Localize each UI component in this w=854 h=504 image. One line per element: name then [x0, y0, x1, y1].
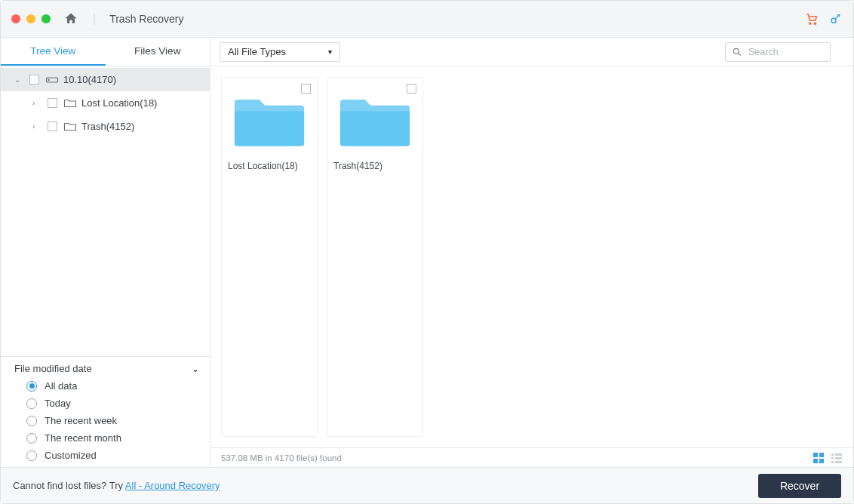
radio-label: Today — [45, 398, 71, 409]
footer: Cannot find lost files? Try All - Around… — [1, 467, 853, 503]
svg-rect-8 — [813, 459, 818, 463]
fullscreen-window-button[interactable] — [41, 14, 51, 23]
radio-customized[interactable]: Customized — [26, 450, 199, 461]
titlebar: | Trash Recovery — [1, 1, 853, 38]
view-mode-grid-icon[interactable] — [813, 452, 825, 464]
svg-rect-9 — [819, 459, 824, 463]
close-window-button[interactable] — [11, 14, 20, 23]
svg-point-0 — [809, 23, 811, 24]
radio-icon — [26, 450, 37, 461]
file-type-dropdown[interactable]: All File Types ▾ — [220, 42, 340, 62]
file-type-selected: All File Types — [228, 46, 286, 57]
folder-card[interactable]: Trash(4152) — [327, 77, 423, 437]
content: Lost Location(18) Trash(4152) 537.08 MB … — [210, 66, 853, 467]
statusbar: 537.08 MB in 4170 file(s) found — [210, 447, 853, 467]
svg-rect-11 — [835, 453, 842, 456]
topbar: Tree View Files View All File Types ▾ — [1, 38, 853, 66]
tab-tree-view[interactable]: Tree View — [1, 38, 106, 66]
main: ⌄ 10.10(4170) › Lost Location(18) — [1, 66, 853, 467]
search-icon — [732, 47, 742, 57]
filter-title: File modified date — [14, 363, 92, 374]
radio-all-data[interactable]: All data — [26, 380, 199, 392]
folder-card-label: Lost Location(18) — [228, 161, 311, 171]
svg-rect-10 — [831, 453, 834, 456]
folder-grid: Lost Location(18) Trash(4152) — [210, 66, 853, 447]
chevron-down-icon: ⌄ — [192, 364, 199, 374]
folder-icon — [63, 98, 77, 109]
filter-header[interactable]: File modified date ⌄ — [14, 363, 199, 374]
radio-label: All data — [45, 380, 77, 392]
svg-point-1 — [814, 23, 816, 24]
chevron-down-icon[interactable]: ⌄ — [14, 75, 23, 84]
disk-icon — [45, 75, 59, 85]
app-window: | Trash Recovery Tree View Files View Al… — [0, 0, 854, 504]
all-around-recovery-link[interactable]: All - Around Recovery — [125, 480, 220, 491]
svg-rect-14 — [831, 461, 834, 463]
svg-rect-13 — [835, 457, 842, 459]
tab-files-view[interactable]: Files View — [106, 38, 210, 66]
folder-card-label: Trash(4152) — [333, 161, 416, 171]
tree-root[interactable]: ⌄ 10.10(4170) — [1, 68, 210, 91]
tree: ⌄ 10.10(4170) › Lost Location(18) — [1, 66, 210, 356]
radio-label: The recent week — [45, 415, 117, 426]
page-title: Trash Recovery — [109, 13, 183, 25]
folder-icon — [63, 121, 77, 132]
radio-recent-month[interactable]: The recent month — [26, 432, 199, 444]
view-tabs: Tree View Files View — [1, 38, 210, 66]
checkbox[interactable] — [48, 121, 57, 131]
svg-rect-12 — [831, 457, 834, 459]
checkbox[interactable] — [48, 98, 57, 108]
svg-point-2 — [831, 18, 836, 23]
tree-item-label: Lost Location(18) — [81, 97, 157, 109]
tree-item-label: Trash(4152) — [81, 121, 134, 132]
radio-icon — [26, 381, 37, 392]
tree-item[interactable]: › Trash(4152) — [1, 115, 210, 138]
checkbox[interactable] — [407, 84, 416, 94]
svg-rect-7 — [819, 453, 824, 457]
search-input[interactable] — [748, 47, 824, 57]
folder-icon — [333, 84, 416, 153]
recover-button[interactable]: Recover — [758, 474, 841, 498]
radio-icon — [26, 398, 37, 409]
svg-rect-6 — [813, 453, 818, 457]
radio-label: Customized — [45, 450, 97, 461]
sidebar: ⌄ 10.10(4170) › Lost Location(18) — [1, 66, 210, 467]
folder-card[interactable]: Lost Location(18) — [221, 77, 318, 437]
radio-icon — [26, 416, 37, 426]
chevron-right-icon[interactable]: › — [32, 122, 41, 131]
radio-recent-week[interactable]: The recent week — [26, 415, 199, 426]
folder-icon — [228, 84, 311, 153]
checkbox[interactable] — [29, 75, 39, 85]
status-text: 537.08 MB in 4170 file(s) found — [221, 453, 342, 463]
radio-label: The recent month — [45, 432, 121, 444]
radio-today[interactable]: Today — [26, 398, 199, 409]
chevron-right-icon[interactable]: › — [32, 99, 41, 107]
footer-prompt-text: Cannot find lost files? Try — [13, 480, 125, 491]
cart-icon[interactable] — [805, 12, 819, 26]
filter-panel: File modified date ⌄ All data Today The … — [1, 356, 210, 467]
footer-prompt: Cannot find lost files? Try All - Around… — [13, 480, 220, 491]
key-icon[interactable] — [829, 12, 843, 26]
filter-radios: All data Today The recent week The recen… — [14, 380, 199, 461]
chevron-down-icon: ▾ — [328, 48, 332, 56]
tree-item[interactable]: › Lost Location(18) — [1, 91, 210, 115]
minimize-window-button[interactable] — [26, 14, 35, 23]
home-icon[interactable] — [63, 11, 79, 27]
radio-icon — [26, 433, 37, 444]
svg-point-3 — [733, 48, 739, 54]
checkbox[interactable] — [301, 84, 311, 94]
search-box[interactable] — [725, 42, 831, 62]
traffic-lights — [11, 14, 51, 23]
view-mode-list-icon[interactable] — [831, 452, 843, 464]
svg-point-5 — [48, 79, 50, 81]
title-separator: | — [93, 12, 96, 26]
tree-root-label: 10.10(4170) — [63, 74, 116, 85]
svg-rect-15 — [835, 461, 842, 463]
